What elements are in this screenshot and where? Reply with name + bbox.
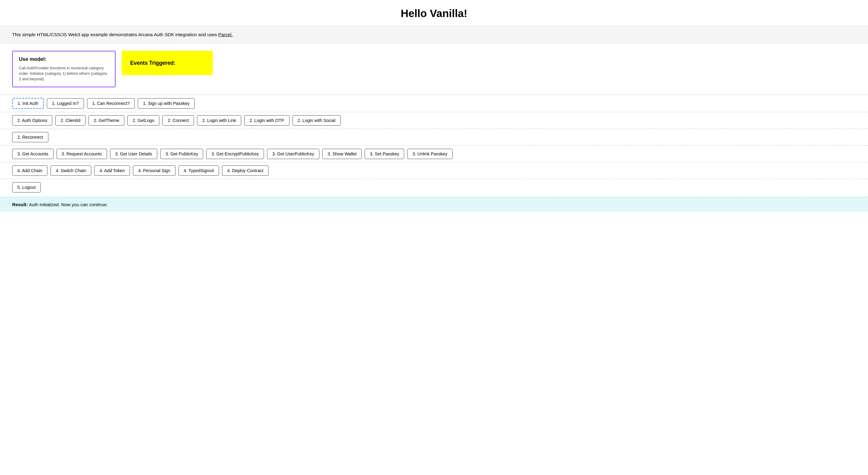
parcel-link[interactable]: Parcel. (218, 32, 232, 37)
btn-get-user-public-key[interactable]: 3. Get UserPublicKey (267, 149, 319, 159)
events-title: Events Triggered: (130, 60, 176, 66)
btn-login-otp[interactable]: 2. Login with OTP (244, 115, 289, 126)
section-2a-row: 2. Auth Options 2. ClientId 2. GetTheme … (0, 112, 868, 129)
btn-get-logo[interactable]: 2. GetLogo (127, 115, 159, 126)
section-3-row: 3. Get Accounts 3. Request Accounts 3. G… (0, 145, 868, 162)
btn-get-encrypt-public-key[interactable]: 3. Get EncryptPublicKey (206, 149, 264, 159)
result-label: Result: (12, 202, 28, 207)
btn-auth-options[interactable]: 2. Auth Options (12, 115, 52, 126)
btn-set-passkey[interactable]: 3. Set Passkey (365, 149, 404, 159)
section-4-row: 4. Add Chain 4. Switch Chain 4. Add Toke… (0, 162, 868, 179)
section-5-row: 5. Logout (0, 179, 868, 195)
events-box: Events Triggered: (122, 51, 213, 75)
btn-connect[interactable]: 2. Connect (162, 115, 194, 126)
section-2b-row: 2. Reconnect (0, 129, 868, 145)
btn-sign-up-passkey[interactable]: 1. Sign up with Passkey (138, 98, 195, 108)
btn-deploy-contract[interactable]: 4. Deploy Contract (222, 165, 269, 176)
info-text: This simple HTML/CSS/JS Web3 app example… (12, 32, 217, 37)
btn-get-user-details[interactable]: 3. Get User Details (110, 149, 158, 159)
btn-get-theme[interactable]: 2. GetTheme (89, 115, 124, 126)
btn-reconnect[interactable]: 2. Reconnect (12, 132, 49, 142)
btn-add-token[interactable]: 4. Add Token (94, 165, 130, 176)
btn-personal-sign[interactable]: 4. Personal Sign (133, 165, 176, 176)
btn-init-auth[interactable]: 1. Init Auth (12, 98, 44, 109)
btn-show-wallet[interactable]: 3. Show Wallet (322, 149, 362, 159)
btn-logged-in[interactable]: 1. Logged In? (47, 98, 84, 108)
btn-logout[interactable]: 5. Logout (12, 182, 41, 192)
btn-request-accounts[interactable]: 3. Request Accounts (57, 149, 107, 159)
btn-switch-chain[interactable]: 4. Switch Chain (51, 165, 91, 176)
top-section: Use model: Call AuthProvider functions i… (0, 43, 868, 95)
btn-unlink-passkey[interactable]: 3. Unlink Passkey (407, 149, 452, 159)
result-bar: Result: Auth initialized. Now you can co… (0, 197, 868, 212)
btn-client-id[interactable]: 2. ClientId (55, 115, 86, 126)
btn-get-accounts[interactable]: 3. Get Accounts (12, 149, 54, 159)
btn-get-public-key[interactable]: 3. Get PublicKey (160, 149, 203, 159)
btn-can-reconnect[interactable]: 1. Can Reconnect? (87, 98, 135, 108)
info-bar: This simple HTML/CSS/JS Web3 app example… (0, 26, 868, 43)
use-model-box: Use model: Call AuthProvider functions i… (12, 51, 116, 87)
use-model-title: Use model: (19, 56, 109, 62)
section-1-row: 1. Init Auth 1. Logged In? 1. Can Reconn… (0, 95, 868, 112)
page-title: Hello Vanilla! (0, 0, 868, 26)
btn-login-link[interactable]: 2. Login with Link (197, 115, 241, 126)
result-text: Auth initialized. Now you can continue. (29, 202, 108, 207)
use-model-description: Call AuthProvider functions in numerical… (19, 65, 109, 82)
btn-typed-signv4[interactable]: 4. TypedSignv4 (179, 165, 219, 176)
btn-login-social[interactable]: 2. Login with Social (292, 115, 341, 126)
btn-add-chain[interactable]: 4. Add Chain (12, 165, 48, 176)
